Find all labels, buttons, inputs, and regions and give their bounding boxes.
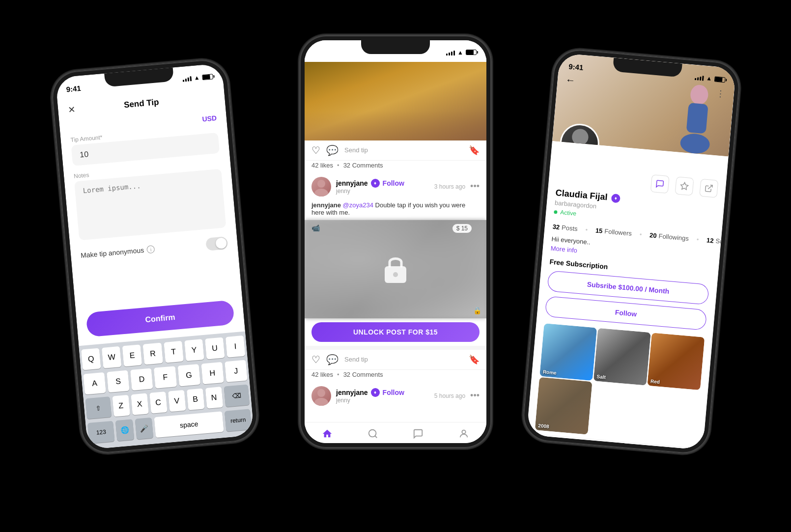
key-n[interactable]: N [205,387,223,409]
verified-badge: ♦ [371,179,380,188]
key-z[interactable]: Z [112,394,130,417]
caption-user: jennyjane [311,201,341,209]
avatar-image [560,123,599,156]
share-action-button[interactable] [699,178,718,197]
post1-author-row: jennyjane ♦ Follow jenny 3 hours ago ••• [305,173,486,200]
key-space[interactable]: space [154,411,224,438]
post2-more[interactable]: ••• [470,391,480,401]
post2-like-icon[interactable]: ♡ [311,354,320,365]
nav-chat[interactable] [413,428,424,439]
key-w[interactable]: W [102,346,122,368]
svg-point-5 [314,398,328,406]
info-icon[interactable]: i [146,245,155,253]
key-x[interactable]: X [131,393,149,415]
anonymous-toggle[interactable] [205,236,228,251]
message-action-button[interactable] [650,174,670,194]
nav-search[interactable] [367,428,378,439]
gallery-item-red[interactable]: Red [647,333,705,390]
svg-point-8 [462,430,465,433]
active-dot [554,210,558,214]
key-123[interactable]: 123 [87,420,114,443]
key-b[interactable]: B [186,388,204,410]
key-u[interactable]: U [205,337,225,359]
key-t[interactable]: T [164,340,184,363]
key-h[interactable]: H [201,362,224,384]
post2-follow-button[interactable]: Follow [383,389,404,396]
key-y[interactable]: Y [184,339,204,361]
phone-feed: ▲ ♡ 💬 Send tip 🔖 42 likes • [300,35,491,448]
profile-gallery: Rome Salt Red 2008 [527,318,713,448]
key-q[interactable]: Q [81,348,101,370]
key-return[interactable]: return [225,409,252,431]
lock-small-icon: 🔒 [473,307,481,314]
bookmark-icon[interactable]: 🔖 [469,145,480,156]
tip-amount-input[interactable] [80,139,212,159]
post1-follow-button[interactable]: Follow [383,179,404,187]
notes-field[interactable] [74,168,226,240]
svg-rect-10 [686,103,708,134]
post2-comment-icon[interactable]: 💬 [326,354,339,365]
nav-home[interactable] [322,428,333,439]
phone-profile: 9:41 ▲ [521,47,741,455]
locked-post: 📹 $ 15 🔒 [305,220,486,318]
key-globe[interactable]: 🌐 [115,419,134,441]
svg-marker-18 [594,448,597,450]
key-g[interactable]: G [177,364,200,387]
stat-posts: 32 Posts [552,223,578,232]
svg-point-6 [369,429,376,437]
post2-send-tip-icon[interactable]: Send tip [344,356,368,363]
post2-comments: 32 Comments [343,371,383,378]
key-i[interactable]: I [226,335,246,357]
post2-likes: 42 likes [311,371,333,378]
profile-nav-lock[interactable] [631,448,643,450]
profile-nav-video[interactable] [586,444,598,449]
post2-bookmark-icon[interactable]: 🔖 [469,354,480,365]
svg-marker-14 [680,182,688,190]
like-icon[interactable]: ♡ [311,144,320,156]
svg-point-4 [317,389,325,397]
signal-icon [182,75,192,82]
key-r[interactable]: R [143,342,163,364]
key-c[interactable]: C [149,392,168,414]
gallery-label-2008: 2008 [538,422,549,429]
post1-more[interactable]: ••• [470,181,480,192]
status-time-left: 9:41 [66,84,81,93]
phone-send-tip: 9:41 ▲ ✕ Send Tip USD [50,57,260,454]
lock-icon [381,252,410,286]
close-button[interactable]: ✕ [67,104,76,115]
post1-handle: jenny [336,188,429,195]
key-a[interactable]: A [83,372,106,394]
comment-icon[interactable]: 💬 [326,144,339,156]
notes-textarea[interactable] [83,175,218,233]
battery-icon-center [466,50,477,55]
post2-author-name: jennyjane ♦ Follow [336,388,429,397]
post2-section: ♡ 💬 Send tip 🔖 42 likes • 32 Comments [305,346,486,410]
key-j[interactable]: J [225,360,248,382]
key-d[interactable]: D [130,368,153,391]
gallery-item-salt[interactable]: Salt [593,328,651,385]
post1-actions: ♡ 💬 Send tip 🔖 [305,140,486,161]
profile-nav-image[interactable] [542,440,554,449]
post1-author-info: jennyjane ♦ Follow jenny [336,179,429,195]
star-action-button[interactable] [675,176,694,196]
key-e[interactable]: E [122,344,142,366]
status-icons-right: ▲ [695,73,726,83]
unlock-post-button[interactable]: UNLOCK POST FOR $15 [311,322,480,342]
tip-form: USD Tip Amount* Notes Make tip anonymous… [59,108,242,308]
key-shift[interactable]: ⇧ [85,396,112,419]
key-f[interactable]: F [154,366,177,389]
key-mic[interactable]: 🎤 [135,417,153,439]
bottom-nav [305,422,486,443]
key-v[interactable]: V [168,390,186,412]
wifi-icon: ▲ [194,74,200,81]
send-tip-icon[interactable]: Send tip [344,146,368,154]
gallery-label-rome: Rome [543,369,557,375]
gallery-item-2008[interactable]: 2008 [535,377,593,434]
video-camera-icon: 📹 [311,224,320,232]
key-delete[interactable]: ⌫ [224,384,250,407]
post1-author-name: jennyjane ♦ Follow [336,179,429,188]
gallery-item-rome[interactable]: Rome [539,323,597,381]
nav-profile[interactable] [458,428,469,439]
post1-comments: 32 Comments [343,162,383,169]
key-s[interactable]: S [107,370,130,392]
